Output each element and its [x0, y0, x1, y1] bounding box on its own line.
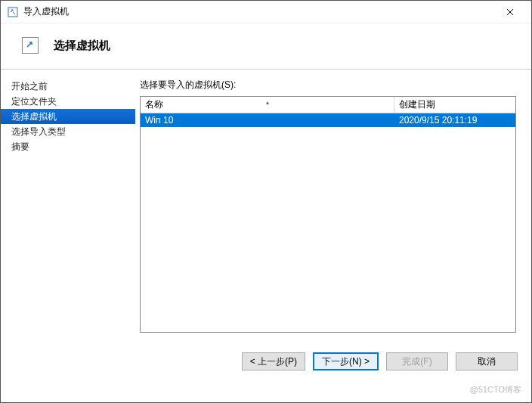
- close-icon: [506, 8, 514, 16]
- previous-button[interactable]: < 上一步(P): [242, 352, 305, 370]
- column-name-label: 名称: [145, 98, 163, 111]
- select-prompt: 选择要导入的虚拟机(S):: [140, 79, 516, 91]
- wizard-header: 选择虚拟机: [1, 23, 531, 69]
- step-summary[interactable]: 摘要: [1, 139, 135, 154]
- list-item[interactable]: Win 10 2020/9/15 20:11:19: [141, 113, 515, 127]
- close-button[interactable]: [495, 2, 525, 23]
- window-title: 导入虚拟机: [23, 5, 495, 18]
- next-button[interactable]: 下一步(N) >: [313, 352, 379, 370]
- cell-name: Win 10: [141, 115, 394, 126]
- step-sidebar: 开始之前 定位文件夹 选择虚拟机 选择导入类型 摘要: [1, 70, 135, 342]
- watermark: @51CTO博客: [470, 384, 521, 395]
- list-body: Win 10 2020/9/15 20:11:19: [141, 113, 515, 332]
- column-date-label: 创建日期: [399, 98, 435, 111]
- titlebar: 导入虚拟机: [1, 1, 531, 23]
- step-locate-folder[interactable]: 定位文件夹: [1, 94, 135, 109]
- cancel-button[interactable]: 取消: [456, 352, 518, 370]
- wizard-footer: < 上一步(P) 下一步(N) > 完成(F) 取消: [1, 342, 531, 381]
- step-before-begin[interactable]: 开始之前: [1, 79, 135, 94]
- vm-listbox[interactable]: 名称 ▴ 创建日期 Win 10 2020/9/15 20:11:19: [140, 96, 516, 333]
- main-panel: 选择要导入的虚拟机(S): 名称 ▴ 创建日期 Win 10 2020/9/15…: [135, 70, 531, 342]
- column-name[interactable]: 名称 ▴: [141, 97, 394, 113]
- finish-button: 完成(F): [386, 352, 448, 370]
- step-import-type[interactable]: 选择导入类型: [1, 124, 135, 139]
- app-icon: [7, 6, 19, 18]
- step-select-vm[interactable]: 选择虚拟机: [1, 109, 135, 124]
- wizard-body: 开始之前 定位文件夹 选择虚拟机 选择导入类型 摘要 选择要导入的虚拟机(S):…: [1, 70, 531, 342]
- cell-date: 2020/9/15 20:11:19: [394, 115, 515, 126]
- page-title: 选择虚拟机: [54, 39, 110, 53]
- import-arrow-icon: [22, 37, 39, 54]
- list-header: 名称 ▴ 创建日期: [141, 97, 515, 113]
- column-date[interactable]: 创建日期: [394, 97, 515, 113]
- sort-ascending-icon: ▴: [266, 99, 269, 106]
